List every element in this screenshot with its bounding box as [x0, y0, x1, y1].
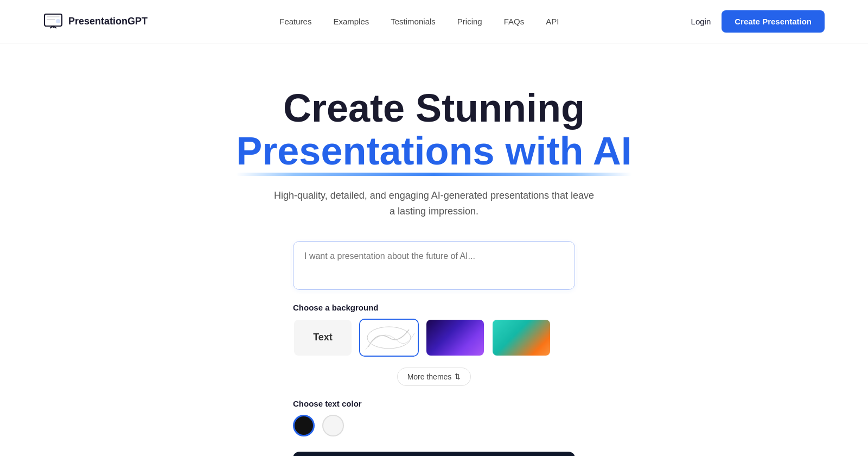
nav-faqs[interactable]: FAQs: [504, 17, 525, 26]
more-themes-row: More themes ⇅: [293, 362, 575, 386]
color-black[interactable]: [293, 415, 315, 436]
bg-teal-preview: [493, 320, 550, 356]
hero-title-line1: Create Stunning: [236, 87, 631, 130]
login-button[interactable]: Login: [691, 17, 711, 26]
bg-option-purple[interactable]: [425, 319, 485, 357]
bg-options: Text: [293, 319, 575, 357]
color-white[interactable]: [322, 415, 344, 436]
bg-white-preview: [360, 320, 418, 356]
chevron-updown-icon: ⇅: [455, 372, 461, 381]
more-themes-label: More themes: [407, 372, 452, 381]
form-area: Choose a background Text: [22, 241, 846, 456]
nav-links: Features Examples Testimonials Pricing F…: [279, 17, 559, 27]
color-label: Choose text color: [293, 399, 575, 408]
bg-option-text[interactable]: Text: [293, 319, 353, 357]
create-btn-row: Create Presentation ✨: [293, 452, 575, 456]
svg-rect-2: [47, 16, 60, 17]
nav-testimonials[interactable]: Testimonials: [391, 17, 436, 26]
nav-api[interactable]: API: [546, 17, 559, 26]
create-presentation-button[interactable]: Create Presentation ✨: [293, 452, 575, 456]
bg-option-teal[interactable]: [492, 319, 551, 357]
svg-rect-3: [47, 19, 55, 20]
hero-subtitle: High-quality, detailed, and engaging AI-…: [271, 188, 597, 219]
bg-text-label: Text: [294, 320, 352, 356]
logo-icon: [43, 12, 63, 31]
bg-label: Choose a background: [293, 303, 575, 312]
prompt-textarea[interactable]: [293, 241, 575, 290]
navbar: PresentationGPT Features Examples Testim…: [0, 0, 868, 43]
logo[interactable]: PresentationGPT: [43, 12, 148, 31]
logo-text: PresentationGPT: [68, 16, 148, 27]
svg-point-4: [56, 19, 60, 23]
hero-section: Create Stunning Presentations with AI Hi…: [0, 43, 868, 456]
bg-purple-preview: [426, 320, 484, 356]
hero-title: Create Stunning Presentations with AI: [236, 87, 631, 173]
nav-features[interactable]: Features: [279, 17, 311, 26]
nav-pricing[interactable]: Pricing: [457, 17, 482, 26]
nav-examples[interactable]: Examples: [333, 17, 369, 26]
color-options: [293, 415, 575, 436]
hero-title-line2: Presentations with AI: [236, 130, 631, 173]
nav-create-button[interactable]: Create Presentation: [722, 10, 825, 33]
nav-actions: Login Create Presentation: [691, 10, 825, 33]
bg-option-white[interactable]: [359, 319, 419, 357]
more-themes-button[interactable]: More themes ⇅: [397, 368, 471, 386]
